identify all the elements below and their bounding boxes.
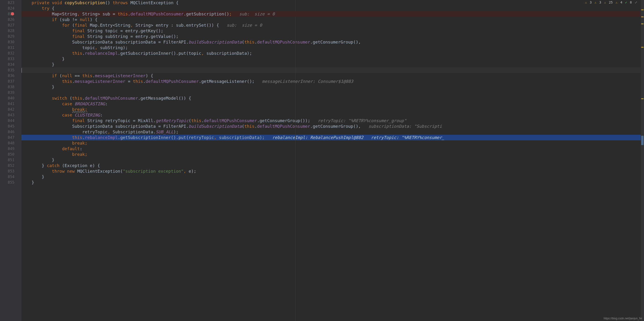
line-number[interactable]: 846 bbox=[0, 129, 14, 135]
code-editor[interactable]: 823 824 825 826 827 828 829 830 831 832 … bbox=[0, 0, 644, 321]
code-line[interactable]: if (null == this.messageListenerInner) { bbox=[22, 73, 644, 79]
warning-count: 4 bbox=[620, 1, 622, 4]
check-icon: ✔ bbox=[625, 1, 627, 4]
line-number[interactable]: 836 bbox=[0, 73, 14, 79]
code-line[interactable] bbox=[22, 90, 644, 95]
fold-column[interactable] bbox=[16, 0, 22, 321]
debug-hint: sub: size = 0 bbox=[219, 23, 262, 28]
code-line[interactable]: if (sub != null) { bbox=[22, 17, 644, 23]
line-number[interactable]: 838 bbox=[0, 84, 14, 90]
code-line[interactable]: } bbox=[22, 180, 644, 185]
line-number[interactable]: 847 bbox=[0, 135, 14, 140]
line-number[interactable]: 831 bbox=[0, 45, 14, 51]
line-number[interactable]: 833 bbox=[0, 56, 14, 62]
line-number[interactable]: 845 bbox=[0, 123, 14, 129]
inspection-summary[interactable]: ⚠3 ⚠3 ⚠25 ⚠4 ✔8 ⤢ bbox=[585, 0, 638, 5]
warning-mark[interactable] bbox=[641, 98, 644, 99]
code-line[interactable]: this.messageListenerInner = this.default… bbox=[22, 79, 644, 84]
warning-icon: ⚠ bbox=[616, 1, 617, 4]
code-line[interactable]: } catch (Exception e) { bbox=[22, 163, 644, 169]
code-line[interactable]: topic, subString); bbox=[22, 45, 644, 51]
code-line[interactable]: switch (this.defaultMQPushConsumer.getMe… bbox=[22, 95, 644, 101]
code-line[interactable]: try { bbox=[22, 6, 644, 11]
line-number[interactable]: 840 bbox=[0, 95, 14, 101]
debug-hint: sub: size = 0 bbox=[232, 12, 275, 16]
code-line[interactable]: this.rebalanceImpl.getSubscriptionInner(… bbox=[22, 51, 644, 56]
line-number[interactable]: 823 bbox=[0, 0, 14, 6]
code-line[interactable]: retryTopic, SubscriptionData.SUB_ALL); bbox=[22, 129, 644, 135]
line-number[interactable]: 834 bbox=[0, 62, 14, 67]
code-line[interactable]: final String topic = entry.getKey(); bbox=[22, 28, 644, 34]
watermark-text: https://blog.csdn.net/jianjun_fei bbox=[604, 317, 642, 320]
code-line[interactable]: SubscriptionData subscriptionData = Filt… bbox=[22, 123, 644, 129]
line-number[interactable]: 854 bbox=[0, 174, 14, 180]
code-line[interactable]: break; bbox=[22, 107, 644, 112]
line-number[interactable]: 841 bbox=[0, 101, 14, 107]
line-number[interactable]: 827 bbox=[0, 23, 14, 28]
warning-icon: ⚠ bbox=[594, 1, 596, 4]
right-margin-line bbox=[295, 0, 296, 321]
warning-icon: ⚠ bbox=[585, 1, 587, 4]
code-line[interactable]: SubscriptionData subscriptionData = Filt… bbox=[22, 39, 644, 45]
line-number[interactable]: 839 bbox=[0, 90, 14, 95]
line-number-gutter[interactable]: 823 824 825 826 827 828 829 830 831 832 … bbox=[0, 0, 16, 321]
code-line[interactable]: for (final Map.Entry<String, String> ent… bbox=[22, 23, 644, 28]
debug-hint: subscriptionData: "Subscripti bbox=[361, 124, 442, 129]
line-number[interactable]: 835 bbox=[0, 67, 14, 73]
line-number[interactable]: 850 bbox=[0, 151, 14, 157]
code-line-breakpoint[interactable]: Map<String, String> sub = this.defaultMQ… bbox=[22, 11, 644, 17]
line-number[interactable]: 824 bbox=[0, 6, 14, 11]
text-cursor bbox=[22, 68, 22, 73]
code-line[interactable]: case BROADCASTING: bbox=[22, 101, 644, 107]
line-number[interactable]: 830 bbox=[0, 39, 14, 45]
code-line[interactable]: final String subString = entry.getValue(… bbox=[22, 34, 644, 39]
code-line[interactable]: private void copySubscription() throws M… bbox=[22, 0, 644, 6]
line-number[interactable]: 853 bbox=[0, 169, 14, 174]
code-line[interactable]: } bbox=[22, 84, 644, 90]
code-line[interactable]: } bbox=[22, 62, 644, 67]
warning-mark[interactable] bbox=[641, 9, 644, 10]
breakpoint-icon[interactable] bbox=[11, 12, 14, 16]
code-line[interactable]: final String retryTopic = MixAll.getRetr… bbox=[22, 118, 644, 123]
line-number[interactable]: 855 bbox=[0, 180, 14, 185]
code-line[interactable]: default: bbox=[22, 146, 644, 151]
code-line[interactable]: } bbox=[22, 56, 644, 62]
line-number[interactable]: 842 bbox=[0, 107, 14, 112]
code-line-current[interactable] bbox=[22, 67, 644, 73]
debug-hint: retryTopic: "%RETRY%consumer_group" bbox=[310, 118, 406, 123]
line-number[interactable]: 832 bbox=[0, 51, 14, 56]
line-number[interactable]: 849 bbox=[0, 146, 14, 151]
code-line[interactable]: } bbox=[22, 174, 644, 180]
line-number[interactable]: 826 bbox=[0, 17, 14, 23]
code-line[interactable]: } bbox=[22, 157, 644, 163]
warning-mark[interactable] bbox=[641, 47, 644, 48]
line-number[interactable]: 852 bbox=[0, 163, 14, 169]
warning-count: 25 bbox=[609, 1, 613, 4]
warning-mark[interactable] bbox=[641, 16, 644, 17]
code-line[interactable]: case CLUSTERING: bbox=[22, 112, 644, 118]
warning-count: 3 bbox=[599, 1, 601, 4]
debug-hint: messageListenerInner: Consumer$1@883 bbox=[254, 79, 353, 84]
error-stripe-scrollbar[interactable] bbox=[641, 0, 644, 321]
line-number[interactable]: 851 bbox=[0, 157, 14, 163]
line-number[interactable]: 848 bbox=[0, 140, 14, 146]
line-number[interactable]: 828 bbox=[0, 28, 14, 34]
code-line-selected[interactable]: this.rebalanceImpl.getSubscriptionInner(… bbox=[22, 135, 644, 140]
line-number[interactable]: 829 bbox=[0, 34, 14, 39]
warning-icon: ⚠ bbox=[604, 1, 606, 4]
debug-hint: rebalanceImpl: RebalancePushImpl@882 ret… bbox=[264, 135, 444, 140]
code-line[interactable]: break; bbox=[22, 140, 644, 146]
code-line[interactable]: break; bbox=[22, 151, 644, 157]
selection-mark[interactable] bbox=[641, 136, 644, 145]
code-line[interactable]: throw new MQClientException("subscriptio… bbox=[22, 169, 644, 174]
line-number[interactable]: 843 bbox=[0, 112, 14, 118]
ok-count: 8 bbox=[630, 1, 632, 4]
expand-icon[interactable]: ⤢ bbox=[635, 1, 638, 4]
warning-count: 3 bbox=[590, 1, 592, 4]
warning-mark[interactable] bbox=[641, 23, 644, 24]
line-number[interactable]: 844 bbox=[0, 118, 14, 123]
line-number[interactable]: 837 bbox=[0, 79, 14, 84]
code-area[interactable]: private void copySubscription() throws M… bbox=[22, 0, 644, 321]
